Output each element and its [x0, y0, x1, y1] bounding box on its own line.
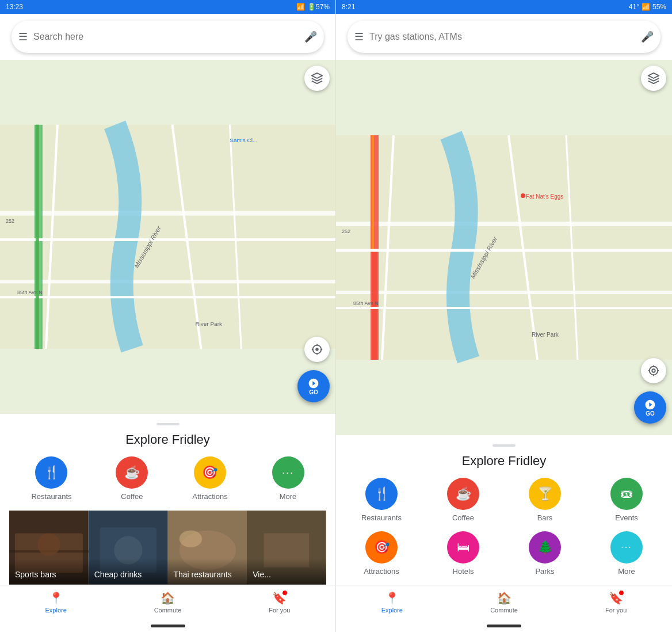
layers-button-left[interactable] [304, 66, 330, 91]
home-bar-right [487, 625, 521, 627]
category-parks-right[interactable]: 🌲 Parks [509, 531, 581, 576]
location-button-right[interactable] [641, 358, 666, 383]
bottom-nav-right: 📍 Explore 🏠 Commute 🔖 For you [336, 585, 672, 619]
restaurants-label-right: Restaurants [361, 513, 402, 522]
category-more-right[interactable]: ··· More [590, 531, 663, 576]
bottom-nav-left: 📍 Explore 🏠 Commute 🔖 For you [0, 585, 335, 619]
category-hotels-right[interactable]: 🛏 Hotels [427, 531, 499, 576]
svg-point-27 [179, 530, 201, 547]
explore-title-left: Explore Fridley [9, 432, 326, 447]
restaurants-icon-left: 🍴 [35, 456, 67, 489]
svg-rect-1 [0, 211, 335, 216]
map-left[interactable]: Mississippi River 85th Ave N River Park … [0, 60, 335, 414]
mic-icon-right[interactable]: 🎤 [641, 31, 654, 43]
explore-title-right: Explore Fridley [345, 454, 663, 469]
category-bars-right[interactable]: 🍸 Bars [509, 478, 581, 522]
go-label-right: GO [646, 410, 655, 417]
bottom-sheet-right: Explore Fridley 🍴 Restaurants ☕ Coffee 🍸… [336, 435, 672, 585]
go-label-left: GO [309, 389, 318, 395]
svg-text:River Park: River Park [532, 332, 559, 338]
sports-bars-label: Sports bars [9, 558, 89, 585]
category-grid-left: 🍴 Restaurants ☕ Coffee 🎯 Attractions ···… [9, 456, 326, 501]
location-button-left[interactable] [304, 337, 330, 362]
category-attractions-right[interactable]: 🎯 Attractions [345, 531, 418, 576]
place-card-sports-bars[interactable]: Sports bars [9, 510, 89, 585]
layers-button-right[interactable] [641, 66, 666, 91]
status-bar-left: 13:23 📶 🔋57% [0, 0, 335, 14]
nav-explore-left[interactable]: 📍 Explore [0, 585, 112, 619]
nav-foryou-right[interactable]: 🔖 For you [560, 585, 672, 619]
svg-text:Fat Nat's Eggs: Fat Nat's Eggs [526, 193, 563, 200]
parks-icon-right: 🌲 [529, 531, 561, 564]
category-coffee-right[interactable]: ☕ Coffee [427, 478, 499, 522]
commute-nav-icon-left: 🏠 [161, 591, 175, 605]
home-indicator-right [336, 619, 672, 632]
go-button-right[interactable]: GO [634, 391, 666, 424]
category-events-right[interactable]: 🎟 Events [590, 478, 663, 522]
place-card-thai[interactable]: Thai restaurants [168, 510, 247, 585]
time-right: 8:21 [342, 3, 355, 11]
svg-text:River Park: River Park [195, 321, 222, 327]
restaurants-label-left: Restaurants [31, 492, 71, 501]
foryou-nav-label-left: For you [269, 607, 290, 614]
search-input-right[interactable] [369, 32, 635, 42]
category-coffee-left[interactable]: ☕ Coffee [116, 456, 148, 501]
search-input-left[interactable] [33, 32, 299, 42]
foryou-nav-icon-right: 🔖 [609, 591, 623, 605]
bottom-sheet-left: Explore Fridley 🍴 Restaurants ☕ Coffee 🎯… [0, 414, 335, 585]
status-icons-right: 41° 📶 55% [629, 3, 666, 11]
bars-icon-right: 🍸 [529, 478, 561, 510]
coffee-label-right: Coffee [452, 513, 474, 522]
home-bar-left [151, 625, 185, 627]
explore-nav-icon-right: 📍 [385, 591, 399, 605]
status-bar-right: 8:21 41° 📶 55% [336, 0, 672, 14]
svg-text:85th Ave N: 85th Ave N [353, 300, 379, 306]
foryou-nav-label-right: For you [605, 607, 627, 614]
more-label-right: More [618, 567, 635, 576]
category-restaurants-left[interactable]: 🍴 Restaurants [31, 456, 71, 501]
category-more-left[interactable]: ··· More [272, 456, 304, 501]
foryou-nav-icon-left: 🔖 [272, 591, 287, 605]
category-attractions-left[interactable]: 🎯 Attractions [192, 456, 227, 501]
go-button-left[interactable]: GO [297, 370, 330, 402]
attractions-label-right: Attractions [364, 567, 399, 576]
nav-explore-right[interactable]: 📍 Explore [336, 585, 448, 619]
place-card-cheap-drinks[interactable]: Cheap drinks [89, 510, 168, 585]
explore-nav-label-left: Explore [45, 607, 67, 614]
mic-icon-left[interactable]: 🎤 [304, 31, 317, 43]
svg-point-16 [315, 348, 319, 351]
nav-foryou-left[interactable]: 🔖 For you [224, 585, 335, 619]
svg-point-48 [650, 367, 658, 375]
search-bar-left[interactable]: ☰ 🎤 [12, 21, 324, 53]
svg-text:252: 252 [342, 229, 350, 234]
sheet-handle-right [492, 444, 516, 447]
search-bar-right[interactable]: ☰ 🎤 [348, 21, 660, 53]
place-card-vie[interactable]: Vie... [247, 510, 326, 585]
more-label-left: More [280, 492, 297, 501]
map-right[interactable]: Mississippi River 85th Ave N River Park … [336, 60, 672, 435]
hamburger-icon-left[interactable]: ☰ [18, 31, 28, 43]
hamburger-icon-right[interactable]: ☰ [354, 31, 364, 43]
svg-point-47 [652, 369, 655, 372]
coffee-icon-left: ☕ [116, 456, 148, 489]
restaurants-icon-right: 🍴 [365, 478, 398, 510]
svg-point-46 [521, 193, 525, 198]
status-icons-left: 📶 🔋57% [296, 3, 330, 11]
home-indicator-left [0, 619, 335, 632]
sheet-handle-left [156, 423, 180, 425]
more-icon-left: ··· [272, 456, 304, 489]
coffee-icon-right: ☕ [447, 478, 479, 510]
events-icon-right: 🎟 [610, 478, 643, 510]
attractions-icon-left: 🎯 [194, 456, 226, 489]
place-cards-left: Sports bars Cheap drinks [9, 510, 326, 585]
commute-nav-icon-right: 🏠 [497, 591, 511, 605]
commute-nav-label-left: Commute [154, 607, 182, 614]
category-restaurants-right[interactable]: 🍴 Restaurants [345, 478, 418, 522]
svg-text:252: 252 [6, 218, 14, 224]
svg-rect-31 [336, 222, 672, 226]
events-label-right: Events [615, 513, 638, 522]
nav-commute-left[interactable]: 🏠 Commute [112, 585, 223, 619]
svg-point-21 [37, 533, 60, 555]
nav-commute-right[interactable]: 🏠 Commute [448, 585, 560, 619]
attractions-icon-right: 🎯 [365, 531, 398, 564]
